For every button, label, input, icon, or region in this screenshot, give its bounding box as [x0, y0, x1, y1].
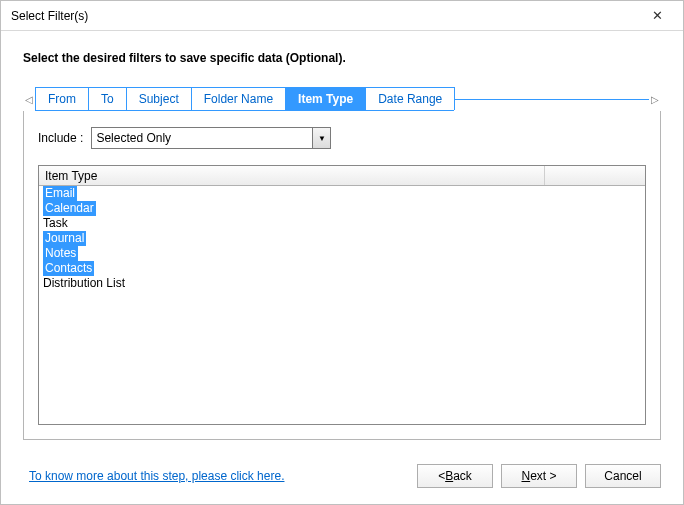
tab-scroll-right-icon[interactable]: ▷	[649, 94, 661, 105]
tab-scroll-left-icon[interactable]: ◁	[23, 94, 35, 105]
list-item-label: Task	[43, 216, 68, 231]
list-item[interactable]: Journal	[39, 231, 645, 246]
list-item-label: Journal	[43, 231, 86, 246]
filter-panel: Include : Selected Only ▼ Item Type Emai…	[23, 111, 661, 440]
instruction-text: Select the desired filters to save speci…	[23, 51, 661, 65]
tab-folder-name[interactable]: Folder Name	[191, 87, 286, 110]
list-item[interactable]: Contacts	[39, 261, 645, 276]
tab-date-range[interactable]: Date Range	[365, 87, 455, 110]
item-type-listbox: Item Type EmailCalendarTaskJournalNotesC…	[38, 165, 646, 425]
cancel-button[interactable]: Cancel	[585, 464, 661, 488]
include-select[interactable]: Selected Only	[91, 127, 331, 149]
list-item[interactable]: Email	[39, 186, 645, 201]
list-item-label: Distribution List	[43, 276, 125, 291]
list-item-label: Calendar	[43, 201, 96, 216]
tab-from[interactable]: From	[35, 87, 89, 110]
include-label: Include :	[38, 131, 83, 145]
footer: To know more about this step, please cli…	[1, 450, 683, 504]
list-item[interactable]: Distribution List	[39, 276, 645, 291]
include-select-wrap: Selected Only ▼	[91, 127, 331, 149]
list-header-spacer	[545, 166, 645, 185]
list-header: Item Type	[39, 166, 645, 186]
list-item-label: Notes	[43, 246, 78, 261]
tab-row: FromToSubjectFolder NameItem TypeDate Ra…	[35, 87, 454, 111]
tab-item-type[interactable]: Item Type	[285, 87, 366, 110]
list-item[interactable]: Calendar	[39, 201, 645, 216]
tab-spacer	[454, 99, 649, 100]
back-button[interactable]: < Back	[417, 464, 493, 488]
tab-subject[interactable]: Subject	[126, 87, 192, 110]
list-item[interactable]: Task	[39, 216, 645, 231]
list-body[interactable]: EmailCalendarTaskJournalNotesContactsDis…	[39, 186, 645, 424]
list-item-label: Email	[43, 186, 77, 201]
next-button[interactable]: Next >	[501, 464, 577, 488]
list-header-col[interactable]: Item Type	[39, 166, 545, 185]
titlebar: Select Filter(s) ✕	[1, 1, 683, 31]
button-row: < Back Next > Cancel	[417, 464, 661, 488]
list-item-label: Contacts	[43, 261, 94, 276]
tab-scroll-wrap: ◁ FromToSubjectFolder NameItem TypeDate …	[23, 87, 661, 111]
list-item[interactable]: Notes	[39, 246, 645, 261]
content-area: Select the desired filters to save speci…	[1, 31, 683, 450]
dialog-window: Select Filter(s) ✕ Select the desired fi…	[0, 0, 684, 505]
window-title: Select Filter(s)	[11, 9, 88, 23]
include-row: Include : Selected Only ▼	[38, 127, 646, 149]
tab-to[interactable]: To	[88, 87, 127, 110]
help-link[interactable]: To know more about this step, please cli…	[29, 469, 284, 483]
close-icon[interactable]: ✕	[637, 2, 677, 30]
